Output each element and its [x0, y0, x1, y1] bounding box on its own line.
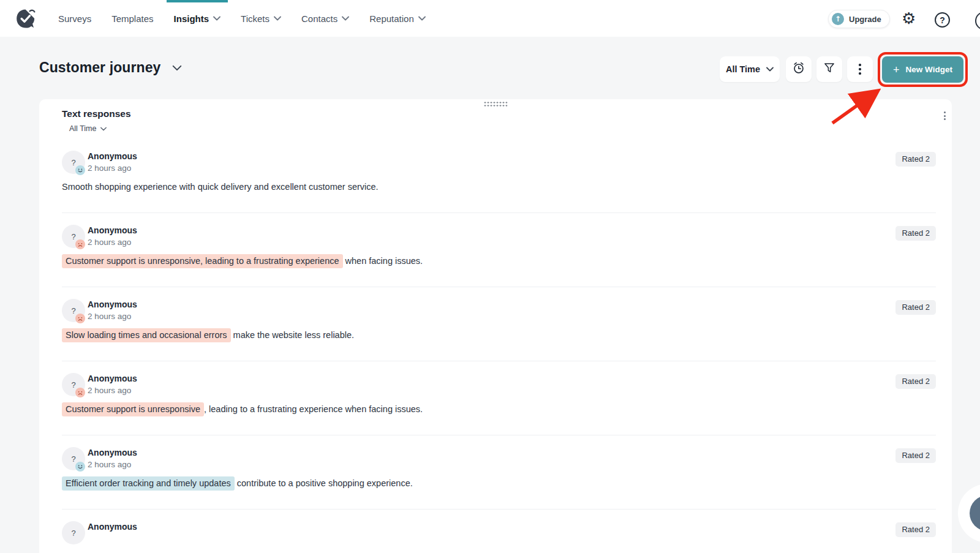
- avatar-placeholder: ?: [71, 306, 75, 315]
- response-timestamp: 2 hours ago: [88, 164, 137, 173]
- response-text: Customer support is unresponsive, leadin…: [62, 402, 936, 416]
- rated-badge: Rated 2: [895, 448, 936, 463]
- time-filter-dropdown[interactable]: All Time: [720, 56, 780, 82]
- response-text: Slow loading times and occasional errors…: [62, 328, 936, 342]
- nav-item-tickets[interactable]: Tickets: [239, 0, 282, 37]
- rated-badge: Rated 2: [895, 300, 936, 315]
- avatar-placeholder: ?: [71, 529, 75, 538]
- response-text-segment: Customer support is unresponsive: [62, 402, 204, 416]
- avatar: ?: [62, 447, 85, 470]
- sentiment-emoji-icon: [75, 462, 85, 472]
- schedule-button[interactable]: [786, 56, 812, 82]
- nav-item-surveys[interactable]: Surveys: [57, 0, 92, 37]
- drag-handle-icon[interactable]: [484, 101, 508, 107]
- page-title: Customer journey: [39, 59, 160, 76]
- annotation-highlight-ring: + New Widget: [878, 52, 968, 87]
- response-item: ? Anonymous 2 hours ago Rated 2 Sl: [62, 287, 936, 361]
- rated-badge: Rated 2: [895, 226, 936, 241]
- surveysparrow-logo-icon[interactable]: [15, 8, 36, 29]
- sentiment-emoji-icon: [75, 314, 85, 323]
- sentiment-emoji-icon: [75, 239, 85, 249]
- respondent-name: Anonymous: [88, 522, 137, 532]
- avatar: ?: [62, 299, 85, 322]
- respondent-name: Anonymous: [88, 374, 137, 383]
- rated-badge: Rated 2: [895, 374, 936, 389]
- chevron-down-icon: [766, 67, 774, 72]
- time-filter-value: All Time: [726, 64, 760, 74]
- response-timestamp: 2 hours ago: [88, 238, 137, 247]
- new-widget-button[interactable]: + New Widget: [882, 56, 963, 83]
- response-item: ? Anonymous 2 hours ago Rated 2 Cu: [62, 213, 936, 287]
- response-text-segment: Customer support is unresponsive, leadin…: [62, 254, 343, 268]
- respondent-name: Anonymous: [88, 225, 137, 235]
- widget-more-options-button[interactable]: [940, 109, 949, 122]
- response-item: ? Anonymous 2 hours ago Rated 2 Sm: [62, 139, 936, 213]
- nav-item-insights[interactable]: Insights: [173, 0, 222, 37]
- dashboard-title-dropdown[interactable]: Customer journey: [39, 59, 182, 76]
- avatar-placeholder: ?: [71, 232, 75, 241]
- text-responses-widget: Text responses All Time ?: [39, 99, 952, 553]
- response-timestamp: 2 hours ago: [88, 312, 137, 321]
- respondent-name: Anonymous: [88, 448, 137, 457]
- nav-item-reputation[interactable]: Reputation: [368, 0, 427, 37]
- responses-list: ? Anonymous 2 hours ago Rated 2 Sm: [62, 139, 936, 553]
- chevron-down-icon: [213, 16, 221, 21]
- response-text-segment: make the website less reliable.: [231, 330, 355, 340]
- nav-item-label: Templates: [111, 13, 153, 24]
- nav-item-label: Tickets: [241, 13, 270, 24]
- widget-time-filter-value: All Time: [69, 124, 96, 133]
- respondent-name: Anonymous: [88, 299, 137, 309]
- chevron-down-icon: [274, 16, 281, 21]
- sentiment-emoji-icon: [75, 388, 85, 397]
- nav-item-contacts[interactable]: Contacts: [300, 0, 350, 37]
- avatar-placeholder: ?: [71, 454, 75, 464]
- avatar: ?: [62, 151, 85, 174]
- upgrade-arrow-icon: ↑: [832, 13, 844, 25]
- top-nav: Surveys Templates Insights Tickets Conta…: [0, 0, 980, 37]
- response-item: ? Anonymous 2 hours ago Rated 2 Ef: [62, 435, 936, 510]
- response-text-segment: Slow loading times and occasional errors: [62, 328, 231, 342]
- more-options-button[interactable]: [847, 56, 873, 82]
- settings-gear-icon[interactable]: ⚙: [902, 10, 916, 27]
- rated-badge: Rated 2: [895, 522, 936, 537]
- response-item: ? Anonymous Rated 2: [62, 510, 936, 553]
- widget-title: Text responses: [62, 108, 936, 120]
- upgrade-button[interactable]: ↑ Upgrade: [828, 10, 890, 28]
- response-text-segment: when facing issues.: [343, 256, 423, 266]
- response-text-segment: , leading to a frustrating experience wh…: [204, 404, 423, 414]
- response-text: Customer support is unresponsive, leadin…: [62, 254, 936, 268]
- avatar: ?: [62, 373, 85, 396]
- plus-icon: +: [893, 64, 900, 75]
- response-text: Smooth shopping experience with quick de…: [62, 180, 936, 194]
- nav-item-templates[interactable]: Templates: [110, 0, 154, 37]
- chevron-down-icon: [418, 16, 426, 21]
- chevron-down-icon: [342, 16, 349, 21]
- avatar-placeholder: ?: [71, 380, 75, 389]
- nav-item-label: Contacts: [301, 13, 337, 24]
- main-nav: Surveys Templates Insights Tickets Conta…: [57, 0, 427, 37]
- filter-button[interactable]: [816, 56, 842, 82]
- help-icon[interactable]: ?: [935, 12, 950, 28]
- avatar: ?: [62, 521, 85, 544]
- response-text-segment: Efficient order tracking and timely upda…: [62, 476, 235, 491]
- response-text-segment: contribute to a positive shopping experi…: [235, 478, 413, 488]
- widget-time-filter-dropdown[interactable]: All Time: [69, 124, 107, 133]
- avatar: ?: [62, 225, 85, 248]
- response-text-segment: Smooth shopping experience with quick de…: [62, 182, 379, 192]
- chevron-down-icon: [172, 65, 182, 71]
- alarm-clock-icon: [792, 61, 805, 77]
- nav-partial-button[interactable]: [975, 12, 980, 30]
- sentiment-emoji-icon: [75, 165, 85, 175]
- avatar-placeholder: ?: [71, 158, 75, 167]
- response-text: Efficient order tracking and timely upda…: [62, 476, 936, 491]
- nav-item-label: Reputation: [369, 13, 414, 24]
- new-widget-label: New Widget: [906, 65, 952, 74]
- nav-item-label: Insights: [174, 13, 209, 24]
- respondent-name: Anonymous: [88, 151, 137, 161]
- response-timestamp: 2 hours ago: [88, 460, 137, 469]
- upgrade-label: Upgrade: [849, 15, 881, 24]
- chevron-down-icon: [100, 127, 107, 131]
- nav-item-label: Surveys: [58, 13, 91, 24]
- response-item: ? Anonymous 2 hours ago Rated 2 Cu: [62, 361, 936, 435]
- response-timestamp: 2 hours ago: [88, 386, 137, 395]
